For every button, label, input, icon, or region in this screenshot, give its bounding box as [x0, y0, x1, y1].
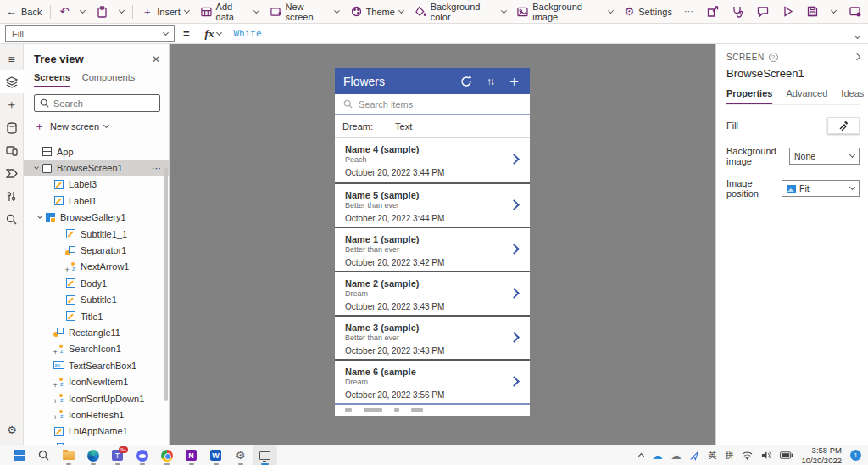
tab-components[interactable]: Components — [82, 72, 135, 87]
battery-icon[interactable] — [780, 451, 793, 459]
gallery-item[interactable]: Name 2 (sample) Dream October 20, 2022 3… — [335, 271, 530, 315]
search-rail-button[interactable] — [0, 208, 24, 231]
theme-menu[interactable]: Theme — [345, 0, 409, 24]
tab-ideas[interactable]: Ideas — [841, 88, 864, 104]
add-data-menu[interactable]: Add data — [195, 0, 264, 24]
formula-input[interactable] — [228, 28, 847, 39]
tab-advanced[interactable]: Advanced — [786, 88, 827, 104]
tree-item-rectangle11[interactable]: Rectangle11 — [24, 324, 169, 340]
tree-item-subtitle1[interactable]: Subtitle1 — [24, 292, 169, 308]
tree-item-lblappname1[interactable]: LblAppName1 — [24, 423, 169, 440]
tree-item-iconsortupdown1[interactable]: zIconSortUpDown1 — [24, 390, 169, 406]
tree-view-rail-button[interactable] — [0, 70, 24, 93]
notification-count-badge[interactable]: 1 — [850, 450, 861, 461]
tree-item-browsegallery1[interactable]: BrowseGallery1 — [24, 210, 169, 226]
fx-menu-button[interactable]: fx — [198, 27, 229, 41]
tree-item-label3[interactable]: Label3 — [24, 176, 169, 193]
new-screen-button[interactable]: ＋ New screen — [24, 112, 169, 141]
preview-button[interactable] — [776, 0, 800, 24]
chevron-down-icon[interactable] — [34, 165, 39, 170]
publish-button[interactable] — [843, 0, 868, 24]
refresh-icon[interactable] — [459, 75, 473, 88]
onenote-button[interactable]: N — [179, 445, 203, 465]
app-title-bar[interactable]: Flowers ↑↓ ＋ — [335, 68, 530, 94]
insert-menu[interactable]: ＋ Insert — [136, 0, 195, 24]
save-button[interactable] — [800, 0, 825, 24]
background-image-menu[interactable]: Background image — [511, 0, 618, 24]
tree-item-iconrefresh1[interactable]: zIconRefresh1 — [24, 406, 169, 423]
advanced-tools-button[interactable]: ⚙ — [0, 423, 24, 436]
tree-item-separator1[interactable]: Separator1 — [24, 242, 169, 258]
background-image-dropdown[interactable]: None — [789, 148, 860, 165]
wifi-icon[interactable] — [742, 451, 753, 460]
tab-properties[interactable]: Properties — [726, 88, 772, 104]
chrome-button[interactable] — [154, 445, 179, 465]
undo-menu-button[interactable] — [75, 0, 91, 24]
power-automate-rail-button[interactable] — [0, 162, 24, 185]
taskbar-search-button[interactable] — [31, 445, 56, 465]
data-rail-button[interactable] — [0, 116, 24, 139]
comments-button[interactable] — [750, 0, 776, 24]
teams-button[interactable]: T9+ — [105, 445, 130, 465]
gallery-item[interactable]: Name 3 (sample) Better than ever October… — [335, 315, 530, 359]
variables-rail-button[interactable] — [0, 185, 24, 208]
hidden-icons-chevron-icon[interactable] — [638, 453, 644, 459]
sort-icon[interactable]: ↑↓ — [487, 76, 493, 87]
taskbar-clock[interactable]: 3:58 PM 10/20/2022 — [801, 445, 842, 465]
tree-item-subtitle1-1[interactable]: Subtitle1_1 — [24, 226, 169, 242]
word-button[interactable]: W — [203, 445, 228, 465]
tree-scrollbar[interactable] — [164, 167, 168, 401]
discord-button[interactable] — [130, 445, 154, 465]
ime-mode-indicator[interactable]: 拼 — [725, 450, 733, 462]
tree-item-iconnewitem1[interactable]: zIconNewItem1 — [24, 373, 169, 389]
background-color-menu[interactable]: Background color — [409, 0, 512, 24]
gallery-item[interactable]: Name 5 (sample) Better than ever October… — [335, 182, 530, 227]
tree-item-body1[interactable]: Body1 — [24, 275, 169, 291]
help-icon[interactable]: ? — [769, 53, 778, 62]
tree-item-searchicon1[interactable]: zSearchIcon1 — [24, 341, 169, 357]
share-button[interactable] — [700, 0, 726, 24]
new-screen-menu[interactable]: New screen — [264, 0, 345, 24]
gallery-item[interactable]: Name 1 (sample) Better than ever October… — [335, 227, 530, 271]
chevron-down-icon[interactable] — [37, 214, 42, 219]
toolbar-overflow-button[interactable]: ⋯ — [678, 0, 700, 24]
tree-item-nextarrow1[interactable]: zNextArrow1 — [24, 259, 169, 275]
paste-menu-button[interactable] — [114, 0, 130, 24]
tab-screens[interactable]: Screens — [34, 72, 70, 87]
insert-rail-button[interactable]: ＋ — [0, 93, 24, 116]
tree-item-browsescreen1[interactable]: BrowseScreen1 ⋯ — [24, 160, 169, 176]
powerapps-active-app-button[interactable] — [253, 445, 277, 465]
cloud-sync-icon[interactable]: ☁ — [670, 451, 681, 461]
tree-search-input[interactable] — [53, 98, 147, 109]
nearby-share-icon[interactable] — [689, 451, 699, 461]
start-button[interactable] — [7, 445, 31, 465]
settings-app-button[interactable]: ⚙ — [228, 445, 253, 465]
save-options-button[interactable] — [825, 0, 843, 24]
app-search-box[interactable]: Search items — [335, 94, 530, 115]
speaker-icon[interactable] — [761, 451, 771, 460]
back-button[interactable]: ← Back — [0, 0, 47, 24]
fill-color-picker-button[interactable] — [827, 117, 860, 134]
tree-search-box[interactable] — [34, 94, 160, 112]
settings-button[interactable]: ⚙ Settings — [619, 0, 678, 24]
dream-field-row[interactable]: Dream: Text — [335, 115, 530, 137]
gallery-item[interactable]: Name 6 (sample Dream October 20, 2022 3:… — [335, 359, 530, 403]
tree-item-app[interactable]: App — [24, 143, 169, 160]
media-rail-button[interactable] — [0, 139, 24, 162]
tree-item-textsearchbox1[interactable]: abTextSearchBox1 — [24, 357, 169, 373]
design-canvas[interactable]: Flowers ↑↓ ＋ Search items Dream: Text — [170, 44, 715, 445]
onedrive-icon[interactable]: ☁ — [652, 451, 662, 461]
file-explorer-button[interactable] — [56, 445, 81, 465]
ime-language-indicator[interactable]: 英 — [708, 450, 716, 462]
tree-item-title1[interactable]: Title1 — [24, 308, 169, 324]
app-checker-button[interactable] — [726, 0, 750, 24]
undo-button[interactable]: ↶ — [53, 0, 75, 24]
close-icon[interactable]: ✕ — [152, 53, 160, 65]
edge-button[interactable] — [81, 445, 105, 465]
property-selector[interactable]: Fill — [5, 25, 175, 42]
hamburger-menu-icon[interactable]: ≡ — [0, 48, 24, 70]
formula-bar-expand-button[interactable] — [847, 26, 868, 42]
add-icon[interactable]: ＋ — [507, 71, 521, 91]
tree-item-label1[interactable]: Label1 — [24, 193, 169, 209]
paste-button[interactable] — [91, 0, 114, 24]
